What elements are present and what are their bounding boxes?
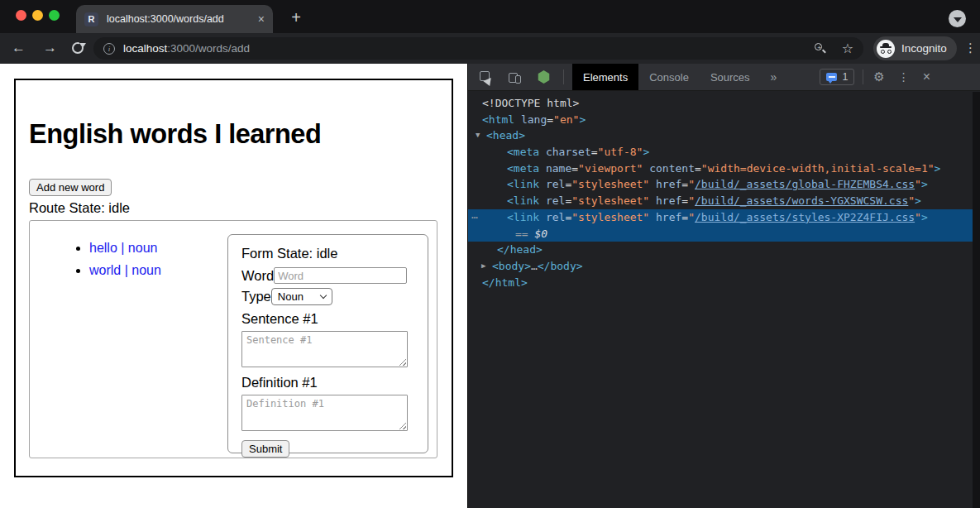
devtools-scrollbar[interactable] — [973, 92, 980, 508]
code-token — [539, 194, 546, 207]
code-token: <meta — [507, 146, 539, 158]
disclosure-arrow-icon[interactable]: ▶ — [481, 258, 485, 275]
code-token: = — [695, 162, 701, 175]
address-bar[interactable]: i localhost:3000/words/add + ☆ — [93, 37, 863, 60]
devtools-toolbar: Elements Console Sources » 1 ⚙ ⋮ × — [468, 64, 980, 91]
code-token: rel — [546, 178, 565, 190]
more-tabs-icon[interactable]: » — [771, 70, 777, 84]
code-token: $0 — [534, 228, 547, 240]
devtools-close-icon[interactable]: × — [923, 69, 930, 84]
window-minimize-button[interactable] — [32, 10, 43, 21]
dom-tree-node[interactable]: ▼<head> — [468, 127, 980, 144]
code-token: <meta — [507, 162, 539, 175]
code-token: <link — [507, 194, 539, 207]
code-token — [539, 162, 546, 175]
dom-tree-node[interactable]: </head> — [468, 242, 980, 258]
code-token — [649, 211, 656, 223]
code-token — [514, 113, 521, 126]
code-token: > — [579, 113, 586, 126]
zoom-icon[interactable]: + — [814, 42, 827, 55]
devtools-menu-icon[interactable]: ⋮ — [898, 70, 910, 84]
code-token: charset — [546, 146, 591, 158]
incognito-label: Incognito — [901, 42, 947, 55]
definition-textarea[interactable] — [241, 395, 408, 431]
add-new-word-button[interactable]: Add new word — [29, 179, 112, 196]
code-token: = — [681, 211, 688, 223]
code-token: content — [649, 162, 695, 175]
code-token — [649, 178, 656, 190]
code-token: <html — [482, 113, 514, 126]
dom-tree-node[interactable]: <link rel="stylesheet" href="/build/_ass… — [468, 176, 980, 193]
word-link[interactable]: world | noun — [89, 263, 161, 277]
list-item: world | noun — [89, 263, 161, 278]
dom-tree-node[interactable]: <!DOCTYPE html> — [468, 95, 980, 112]
window-zoom-button[interactable] — [49, 10, 60, 21]
code-token: > — [915, 194, 921, 207]
code-token: " — [915, 211, 921, 223]
dom-tree-node[interactable]: ▶<body>…</body> — [468, 258, 980, 275]
settings-gear-icon[interactable]: ⚙ — [873, 69, 884, 84]
reload-button[interactable] — [72, 42, 84, 54]
remix-favicon-icon: R — [84, 12, 98, 26]
code-token: " — [688, 178, 695, 190]
tab-sources[interactable]: Sources — [700, 64, 761, 90]
tab-strip: R localhost:3000/words/add × + — [0, 0, 980, 33]
code-token: = — [681, 178, 688, 190]
code-token: href — [656, 211, 681, 223]
type-select[interactable]: Noun — [271, 288, 332, 305]
browser-tab[interactable]: R localhost:3000/words/add × — [76, 5, 273, 33]
new-tab-button[interactable]: + — [284, 7, 308, 30]
submit-button[interactable]: Submit — [241, 440, 289, 458]
disclosure-arrow-icon[interactable]: ▼ — [476, 127, 480, 144]
dom-tree-node[interactable]: <meta name="viewport" content="width=dev… — [468, 161, 980, 177]
dom-tree-node[interactable]: <html lang="en"> — [468, 112, 980, 128]
back-button[interactable]: ← — [12, 40, 26, 56]
device-toolbar-icon[interactable] — [509, 71, 521, 84]
inspect-element-icon[interactable] — [480, 71, 492, 84]
stylesheet-link[interactable]: /build/_assets/styles-XP2Z4FIJ.css — [695, 211, 915, 223]
code-token: "width=device-width,initial-scale=1" — [701, 162, 935, 175]
dom-tree-node[interactable]: <meta charset="utf-8"> — [468, 144, 980, 161]
bookmark-star-icon[interactable]: ☆ — [842, 42, 853, 55]
stylesheet-link[interactable]: /build/_assets/global-FHZEMBS4.css — [695, 178, 915, 190]
tab-close-icon[interactable]: × — [258, 12, 265, 26]
node-options-icon[interactable]: … — [471, 207, 479, 223]
code-token — [539, 146, 546, 158]
tab-search-chevron-icon[interactable] — [949, 10, 966, 27]
dom-tree-node[interactable]: <link rel="stylesheet" href="/build/_ass… — [468, 193, 980, 209]
window-close-button[interactable] — [16, 10, 26, 21]
code-token: <link — [507, 211, 539, 223]
list-item: hello | noun — [89, 241, 161, 256]
dom-tree-node[interactable]: …<link rel="stylesheet" href="/build/_as… — [468, 209, 980, 226]
code-token: = — [547, 113, 553, 126]
word-link[interactable]: hello | noun — [89, 241, 157, 255]
devtools-panel: Elements Console Sources » 1 ⚙ ⋮ × <!DOC… — [468, 64, 980, 508]
code-token: <link — [507, 178, 539, 190]
code-token: > — [643, 146, 649, 158]
code-token — [539, 178, 546, 190]
code-token: href — [656, 194, 681, 207]
stylesheet-link[interactable]: /build/_assets/words-YGXSWCSW.css — [695, 194, 908, 207]
tab-title: localhost:3000/words/add — [107, 13, 253, 25]
issues-button[interactable]: 1 — [820, 69, 854, 85]
code-token: = — [571, 162, 578, 175]
url-text: localhost:3000/words/add — [123, 42, 250, 55]
code-token: </head> — [497, 243, 543, 256]
word-input[interactable] — [274, 267, 407, 284]
tab-elements[interactable]: Elements — [572, 64, 638, 90]
site-info-icon[interactable]: i — [103, 43, 115, 55]
dom-tree-node[interactable]: == $0 — [468, 226, 980, 242]
code-token: " — [688, 194, 695, 207]
toolbar-divider — [863, 69, 863, 84]
code-token: = — [681, 194, 688, 207]
forward-button[interactable]: → — [43, 40, 57, 56]
browser-menu-icon[interactable]: ⋮ — [964, 41, 977, 55]
tab-console[interactable]: Console — [638, 64, 700, 90]
code-token: <!DOCTYPE html> — [482, 97, 579, 109]
chevron-down-icon — [320, 292, 327, 299]
sentence-textarea[interactable] — [241, 331, 408, 367]
type-select-value: Noun — [278, 290, 304, 303]
dom-tree-node[interactable]: </html> — [468, 275, 980, 291]
code-token: > — [935, 162, 941, 175]
extension-hexagon-icon[interactable] — [538, 70, 550, 84]
